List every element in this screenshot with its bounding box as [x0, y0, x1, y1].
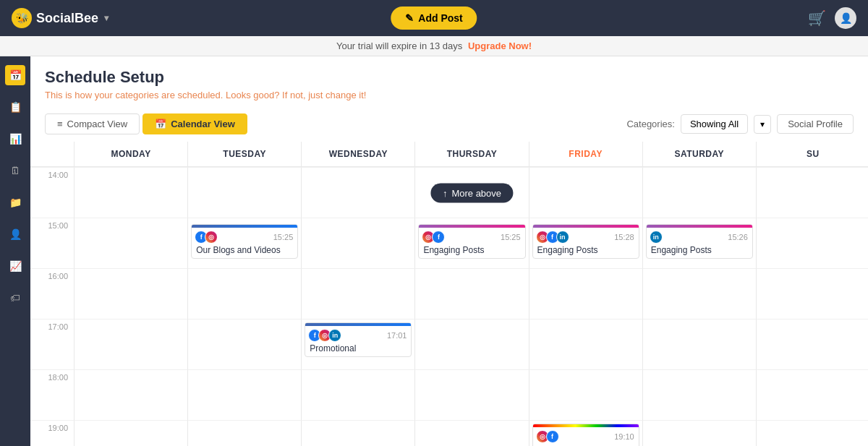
add-post-label: Add Post	[418, 12, 462, 24]
cell-thu-1800	[414, 369, 528, 420]
event-engaging-thu[interactable]: ◎ f 15:25 Engaging Posts	[418, 224, 525, 259]
cell-fri-1800	[529, 369, 642, 420]
event-engaging-fri[interactable]: ◎ f in 15:28 Engaging Posts	[532, 224, 639, 259]
sidebar-icon-posts[interactable]: 📋	[5, 97, 25, 117]
logo[interactable]: 🐝 SocialBee ▾	[12, 8, 109, 28]
event-social-icons: in	[650, 231, 663, 244]
cell-wed-1900	[301, 420, 414, 446]
sidebar-icon-calendar[interactable]: 🗓	[5, 160, 25, 181]
logo-bee-icon: 🐝	[12, 8, 32, 28]
sidebar-icon-team[interactable]: 👤	[5, 224, 25, 244]
time-1600: 16:00	[30, 268, 74, 319]
cell-thu-1700	[414, 319, 528, 369]
event-title: Promotional	[310, 343, 407, 353]
calendar-view-label: Calendar View	[171, 119, 235, 129]
day-wednesday: WEDNESDAY	[301, 142, 414, 166]
showing-all-label: Showing All	[690, 119, 739, 129]
event-social-icons: f ◎	[195, 231, 218, 244]
social-profile-button[interactable]: Social Profile	[777, 114, 854, 134]
calendar-icon: 📅	[155, 119, 166, 129]
day-headers: MONDAY TUESDAY WEDNESDAY THURSDAY FRIDAY…	[30, 142, 868, 167]
avatar: 👤	[835, 7, 856, 29]
compact-view-button[interactable]: ≡ Compact View	[45, 113, 140, 134]
cell-thu-1500: ◎ f 15:25 Engaging Posts	[414, 218, 528, 268]
cell-fri-1400	[529, 167, 642, 218]
time-1700: 17:00	[30, 319, 74, 369]
cell-sat-1400	[642, 167, 756, 218]
cell-fri-1700	[529, 319, 642, 369]
toolbar: ≡ Compact View 📅 Calendar View Categorie…	[30, 108, 868, 142]
categories-select[interactable]: Showing All	[681, 114, 748, 134]
cell-sun-1700	[756, 319, 868, 369]
categories-label: Categories:	[626, 119, 674, 129]
event-social-icons: ◎ f	[536, 430, 559, 443]
view-buttons: ≡ Compact View 📅 Calendar View	[45, 113, 247, 134]
day-saturday: SATURDAY	[642, 142, 756, 166]
cell-wed-1700: f ◎ in 17:01 Promotional	[301, 319, 414, 369]
sidebar-icon-growth[interactable]: 📈	[5, 256, 25, 276]
event-engaging-sat[interactable]: in 15:26 Engaging Posts	[646, 224, 753, 259]
cell-sun-1900	[756, 420, 868, 446]
compact-view-label: Compact View	[67, 119, 128, 129]
cell-sat-1600	[642, 268, 756, 319]
cell-fri-1900: ◎ f 19:10 Random Category	[529, 420, 642, 446]
trial-text: Your trial will expire in 13 days	[336, 40, 462, 51]
linkedin-icon: in	[650, 231, 663, 244]
calendar-container: MONDAY TUESDAY WEDNESDAY THURSDAY FRIDAY…	[30, 142, 868, 446]
event-title: Our Blogs and Videos	[196, 245, 293, 255]
cell-thu-1900	[414, 420, 528, 446]
event-time: 15:26	[728, 233, 748, 241]
upgrade-link[interactable]: Upgrade Now!	[468, 40, 532, 51]
calendar-view-button[interactable]: 📅 Calendar View	[142, 113, 247, 134]
toolbar-right: Categories: Showing All ▾ Social Profile	[626, 114, 854, 134]
event-title: Engaging Posts	[537, 245, 634, 255]
sidebar-icon-tags[interactable]: 🏷	[5, 288, 25, 308]
cell-sat-1500: in 15:26 Engaging Posts	[642, 218, 756, 268]
social-profile-label: Social Profile	[788, 119, 843, 129]
cell-mon-1400	[74, 167, 187, 218]
time-1900: 19:00	[30, 420, 74, 446]
sidebar-icon-categories[interactable]: 📁	[5, 192, 25, 213]
cell-wed-1800	[301, 369, 414, 420]
event-social-icons: f ◎ in	[308, 329, 341, 342]
page-title: Schedule Setup	[45, 68, 854, 87]
cell-sat-1800	[642, 369, 756, 420]
sidebar: 📅 📋 📊 🗓 📁 👤 📈 🏷	[0, 56, 30, 446]
menu-icon: ≡	[57, 119, 63, 129]
nav-right: 🛒 👤	[808, 7, 856, 29]
event-random-category[interactable]: ◎ f 19:10 Random Category	[532, 424, 639, 446]
day-sunday: SU	[756, 142, 868, 166]
cell-mon-1800	[74, 369, 187, 420]
day-friday: FRIDAY	[529, 142, 642, 166]
cart-icon[interactable]: 🛒	[808, 9, 826, 27]
add-post-button[interactable]: ✎ Add Post	[391, 7, 477, 30]
categories-dropdown-arrow[interactable]: ▾	[754, 115, 771, 134]
time-1800: 18:00	[30, 369, 74, 420]
sidebar-icon-schedule[interactable]: 📅	[5, 65, 25, 85]
day-thursday: THURSDAY	[414, 142, 528, 166]
cell-fri-1500: ◎ f in 15:28 Engaging Posts	[529, 218, 642, 268]
sidebar-icon-analytics[interactable]: 📊	[5, 129, 25, 149]
event-blogs-videos[interactable]: f ◎ 15:25 Our Blogs and Videos	[191, 224, 298, 259]
facebook-icon: f	[432, 231, 445, 244]
cell-tue-1500: f ◎ 15:25 Our Blogs and Videos	[187, 218, 301, 268]
cell-mon-1900	[74, 420, 187, 446]
calendar-grid: MONDAY TUESDAY WEDNESDAY THURSDAY FRIDAY…	[30, 142, 868, 446]
add-post-icon: ✎	[405, 12, 414, 24]
cell-tue-1400	[187, 167, 301, 218]
page-subtitle: This is how your categories are schedule…	[45, 90, 854, 100]
cell-sat-1700	[642, 319, 756, 369]
time-1400: 14:00	[30, 167, 74, 218]
event-time: 15:28	[614, 233, 634, 241]
cell-mon-1700	[74, 319, 187, 369]
event-title: Engaging Posts	[651, 245, 748, 255]
cell-wed-1600	[301, 268, 414, 319]
cell-wed-1500	[301, 218, 414, 268]
day-tuesday: TUESDAY	[187, 142, 301, 166]
cell-wed-1400	[301, 167, 414, 218]
facebook-icon: f	[546, 430, 559, 443]
event-social-icons: ◎ f	[422, 231, 445, 244]
event-promotional[interactable]: f ◎ in 17:01 Promotional	[305, 322, 412, 357]
more-above-button[interactable]: ↑ More above	[431, 183, 513, 202]
event-time: 17:01	[387, 331, 407, 340]
